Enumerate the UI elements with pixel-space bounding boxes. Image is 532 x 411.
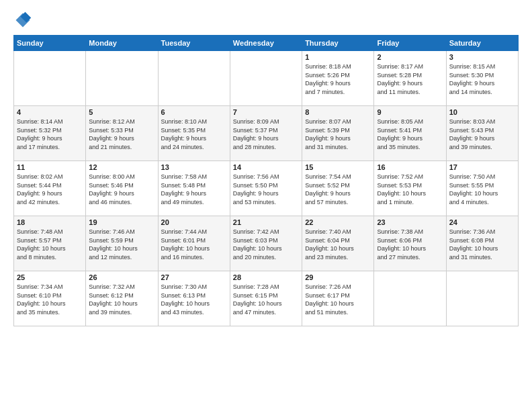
day-number: 17 [449,163,515,171]
week-row-1: 1Sunrise: 8:18 AM Sunset: 5:26 PM Daylig… [14,51,519,106]
day-cell: 7Sunrise: 8:09 AM Sunset: 5:37 PM Daylig… [230,106,302,161]
day-number: 4 [17,108,83,116]
week-row-4: 18Sunrise: 7:48 AM Sunset: 5:57 PM Dayli… [14,216,519,271]
day-cell: 5Sunrise: 8:12 AM Sunset: 5:33 PM Daylig… [86,106,158,161]
day-info: Sunrise: 8:12 AM Sunset: 5:33 PM Dayligh… [89,118,154,151]
day-cell: 26Sunrise: 7:32 AM Sunset: 6:12 PM Dayli… [86,271,158,326]
day-number: 14 [233,163,299,171]
day-cell: 8Sunrise: 8:07 AM Sunset: 5:39 PM Daylig… [302,106,374,161]
day-number: 21 [233,218,299,226]
day-number: 24 [449,218,515,226]
day-info: Sunrise: 8:18 AM Sunset: 5:26 PM Dayligh… [305,62,371,96]
day-info: Sunrise: 8:07 AM Sunset: 5:39 PM Dayligh… [305,118,371,151]
header-cell-tuesday: Tuesday [158,36,230,51]
day-cell [14,51,86,106]
day-cell: 22Sunrise: 7:40 AM Sunset: 6:04 PM Dayli… [302,216,374,271]
day-cell: 10Sunrise: 8:03 AM Sunset: 5:43 PM Dayli… [446,106,518,161]
day-number: 10 [449,108,515,116]
day-number: 15 [305,163,371,171]
day-cell: 20Sunrise: 7:44 AM Sunset: 6:01 PM Dayli… [158,216,230,271]
day-number: 2 [377,53,443,61]
day-number: 1 [305,53,371,61]
day-cell: 6Sunrise: 8:10 AM Sunset: 5:35 PM Daylig… [158,106,230,161]
day-number: 26 [89,273,154,281]
header [13,11,519,30]
day-info: Sunrise: 7:46 AM Sunset: 5:59 PM Dayligh… [89,228,154,261]
day-cell: 3Sunrise: 8:15 AM Sunset: 5:30 PM Daylig… [446,51,518,106]
day-cell [374,271,446,326]
day-cell: 12Sunrise: 8:00 AM Sunset: 5:46 PM Dayli… [86,161,158,216]
day-info: Sunrise: 8:10 AM Sunset: 5:35 PM Dayligh… [161,118,227,151]
week-row-3: 11Sunrise: 8:02 AM Sunset: 5:44 PM Dayli… [14,161,519,216]
day-cell: 16Sunrise: 7:52 AM Sunset: 5:53 PM Dayli… [374,161,446,216]
day-cell: 21Sunrise: 7:42 AM Sunset: 6:03 PM Dayli… [230,216,302,271]
day-info: Sunrise: 7:54 AM Sunset: 5:52 PM Dayligh… [305,173,371,206]
day-info: Sunrise: 8:05 AM Sunset: 5:41 PM Dayligh… [377,118,443,151]
day-cell: 11Sunrise: 8:02 AM Sunset: 5:44 PM Dayli… [14,161,86,216]
day-cell [158,51,230,106]
day-number: 18 [17,218,83,226]
day-number: 3 [449,53,515,61]
day-number: 9 [377,108,443,116]
header-cell-saturday: Saturday [446,36,518,51]
day-info: Sunrise: 7:36 AM Sunset: 6:08 PM Dayligh… [449,228,515,261]
header-cell-thursday: Thursday [302,36,374,51]
day-cell: 13Sunrise: 7:58 AM Sunset: 5:48 PM Dayli… [158,161,230,216]
day-info: Sunrise: 8:15 AM Sunset: 5:30 PM Dayligh… [449,62,515,96]
day-number: 20 [161,218,227,226]
day-cell: 19Sunrise: 7:46 AM Sunset: 5:59 PM Dayli… [86,216,158,271]
day-info: Sunrise: 8:00 AM Sunset: 5:46 PM Dayligh… [89,173,154,206]
day-number: 5 [89,108,154,116]
day-number: 8 [305,108,371,116]
day-info: Sunrise: 7:52 AM Sunset: 5:53 PM Dayligh… [377,173,443,206]
header-cell-sunday: Sunday [14,36,86,51]
day-info: Sunrise: 7:30 AM Sunset: 6:13 PM Dayligh… [161,283,227,316]
day-info: Sunrise: 7:58 AM Sunset: 5:48 PM Dayligh… [161,173,227,206]
calendar-body: 1Sunrise: 8:18 AM Sunset: 5:26 PM Daylig… [14,51,519,326]
logo [13,11,35,30]
day-number: 12 [89,163,154,171]
day-cell [86,51,158,106]
day-cell: 29Sunrise: 7:26 AM Sunset: 6:17 PM Dayli… [302,271,374,326]
day-info: Sunrise: 8:03 AM Sunset: 5:43 PM Dayligh… [449,118,515,151]
day-info: Sunrise: 8:02 AM Sunset: 5:44 PM Dayligh… [17,173,83,206]
header-row: SundayMondayTuesdayWednesdayThursdayFrid… [14,36,519,51]
week-row-5: 25Sunrise: 7:34 AM Sunset: 6:10 PM Dayli… [14,271,519,326]
day-number: 11 [17,163,83,171]
day-number: 13 [161,163,227,171]
day-cell: 1Sunrise: 8:18 AM Sunset: 5:26 PM Daylig… [302,51,374,106]
day-info: Sunrise: 7:48 AM Sunset: 5:57 PM Dayligh… [17,228,83,261]
day-cell: 9Sunrise: 8:05 AM Sunset: 5:41 PM Daylig… [374,106,446,161]
day-number: 7 [233,108,299,116]
header-cell-wednesday: Wednesday [230,36,302,51]
day-number: 6 [161,108,227,116]
day-number: 19 [89,218,154,226]
header-cell-monday: Monday [86,36,158,51]
day-cell: 23Sunrise: 7:38 AM Sunset: 6:06 PM Dayli… [374,216,446,271]
day-number: 16 [377,163,443,171]
day-info: Sunrise: 7:26 AM Sunset: 6:17 PM Dayligh… [305,283,371,316]
day-number: 23 [377,218,443,226]
day-number: 27 [161,273,227,281]
day-cell: 24Sunrise: 7:36 AM Sunset: 6:08 PM Dayli… [446,216,518,271]
day-info: Sunrise: 7:40 AM Sunset: 6:04 PM Dayligh… [305,228,371,261]
day-cell: 28Sunrise: 7:28 AM Sunset: 6:15 PM Dayli… [230,271,302,326]
header-cell-friday: Friday [374,36,446,51]
day-info: Sunrise: 7:50 AM Sunset: 5:55 PM Dayligh… [449,173,515,206]
logo-icon [13,11,32,30]
day-info: Sunrise: 7:34 AM Sunset: 6:10 PM Dayligh… [17,283,83,316]
day-cell: 18Sunrise: 7:48 AM Sunset: 5:57 PM Dayli… [14,216,86,271]
day-number: 29 [305,273,371,281]
day-info: Sunrise: 8:09 AM Sunset: 5:37 PM Dayligh… [233,118,299,151]
week-row-2: 4Sunrise: 8:14 AM Sunset: 5:32 PM Daylig… [14,106,519,161]
day-number: 28 [233,273,299,281]
day-number: 22 [305,218,371,226]
calendar-header: SundayMondayTuesdayWednesdayThursdayFrid… [14,36,519,51]
day-info: Sunrise: 8:17 AM Sunset: 5:28 PM Dayligh… [377,62,443,96]
day-cell [230,51,302,106]
day-cell: 25Sunrise: 7:34 AM Sunset: 6:10 PM Dayli… [14,271,86,326]
day-cell: 15Sunrise: 7:54 AM Sunset: 5:52 PM Dayli… [302,161,374,216]
day-info: Sunrise: 7:44 AM Sunset: 6:01 PM Dayligh… [161,228,227,261]
calendar-table: SundayMondayTuesdayWednesdayThursdayFrid… [13,35,519,326]
day-cell: 27Sunrise: 7:30 AM Sunset: 6:13 PM Dayli… [158,271,230,326]
